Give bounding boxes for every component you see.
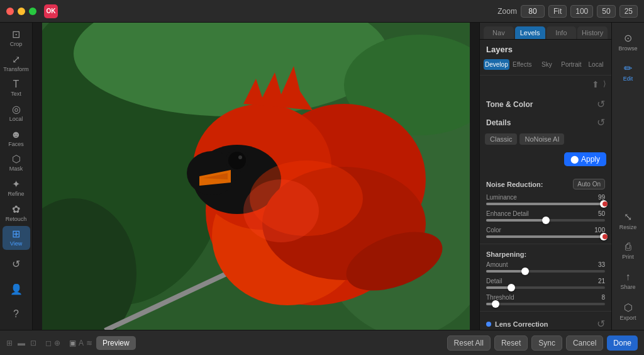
threshold-thumb[interactable] (492, 300, 499, 308)
print-label: Print (622, 254, 634, 260)
tool-refine[interactable]: ✦ Refine (3, 176, 30, 200)
nonoise-mode-button[interactable]: NoNoise AI (519, 133, 564, 145)
help-icon: ? (13, 309, 19, 319)
amount-track[interactable] (486, 270, 605, 273)
tab-sky[interactable]: Sky (535, 59, 558, 70)
preview-button[interactable]: Preview (96, 336, 136, 350)
detail-label: Detail (486, 278, 502, 285)
reset-button[interactable]: Reset (494, 335, 528, 351)
right-tool-share[interactable]: ↑ Share (614, 267, 642, 295)
luminance-label-row: Luminance 99 (486, 194, 605, 201)
threshold-track[interactable] (486, 303, 605, 305)
luminance-end-dot (602, 201, 608, 206)
tool-view[interactable]: ⊞ View (3, 226, 30, 250)
upload-icon[interactable]: ⬆ (592, 79, 599, 89)
lens-correction-label: Lens Correction (495, 320, 548, 328)
auto-on-button[interactable]: Auto On (573, 179, 605, 189)
export-icon: ⬡ (624, 301, 633, 313)
tab-nav[interactable]: Nav (484, 26, 514, 39)
tool-help[interactable]: ? (3, 302, 30, 326)
separator-2 (480, 244, 611, 244)
amount-label-row: Amount 33 (486, 261, 605, 268)
right-tool-print[interactable]: ⎙ Print (614, 237, 642, 264)
svg-point-23 (243, 179, 319, 242)
bottom-icon-compare[interactable]: ⊡ (30, 339, 36, 347)
detail-slider-row: Detail 21 (480, 276, 611, 292)
zoom-fit-button[interactable]: Fit (548, 5, 567, 18)
tool-view-label: View (10, 240, 22, 247)
threshold-label-row: Threshold 8 (486, 294, 605, 301)
tool-text[interactable]: T Text (3, 76, 30, 100)
faces-icon: ☻ (11, 130, 21, 140)
bottom-icon-waveform[interactable]: ≋ (86, 339, 92, 347)
apply-button[interactable]: ⬤ Apply (564, 152, 606, 166)
right-tool-browse[interactable]: ⊙ Browse (614, 28, 642, 55)
enhance-detail-fill (486, 219, 546, 222)
tab-develop[interactable]: Develop (484, 59, 509, 70)
bottom-icon-overlay[interactable]: ◻ (45, 339, 52, 347)
tone-color-reset[interactable]: ↺ (597, 98, 605, 110)
threshold-label: Threshold (486, 294, 514, 301)
amount-thumb[interactable] (521, 268, 529, 275)
tab-effects[interactable]: Effects (511, 59, 534, 70)
close-button[interactable] (6, 8, 14, 15)
luminance-track[interactable] (486, 203, 605, 205)
amount-label: Amount (486, 261, 508, 268)
svg-point-19 (238, 155, 242, 159)
browse-icon: ⊙ (624, 32, 632, 44)
color-track[interactable] (486, 235, 605, 238)
zoom-50-button[interactable]: 50 (597, 5, 615, 18)
bottom-icon-layers[interactable]: ▣ (69, 339, 76, 347)
details-reset[interactable]: ↺ (597, 116, 605, 128)
detail-label-row: Detail 21 (486, 278, 605, 285)
layers-header: Layers (480, 40, 611, 57)
right-tool-export[interactable]: ⬡ Export (614, 297, 642, 325)
lens-correction-row: Lens Correction ↺ (480, 314, 611, 330)
zoom-100-button[interactable]: 100 (570, 5, 593, 18)
sharpening-label: Sharpening: (486, 251, 526, 258)
lens-correction-reset[interactable]: ↺ (597, 318, 605, 330)
color-end-dot (602, 234, 608, 239)
collapse-arrow-1[interactable]: ⟩ (603, 79, 606, 89)
tab-history[interactable]: History (577, 26, 608, 39)
tool-transform[interactable]: ⤢ Transform (3, 52, 30, 76)
tab-portrait[interactable]: Portrait (560, 59, 583, 70)
enhance-detail-thumb[interactable] (542, 217, 550, 224)
tab-local[interactable]: Local (584, 59, 608, 70)
apply-label: Apply (581, 155, 600, 164)
browse-label: Browse (618, 45, 637, 52)
tool-transform-label: Transform (3, 66, 29, 72)
zoom-25-button[interactable]: 25 (619, 5, 638, 18)
right-panel: Nav Levels Info History Layers Develop E… (479, 23, 611, 330)
maximize-button[interactable] (29, 8, 36, 15)
tool-person[interactable]: 👤 (3, 278, 30, 301)
done-button[interactable]: Done (607, 335, 638, 351)
apply-icon: ⬤ (570, 155, 579, 164)
right-tool-edit[interactable]: ✏ Edit (614, 58, 642, 86)
tool-local[interactable]: ◎ Local (3, 101, 30, 125)
amount-fill (486, 270, 525, 273)
tab-levels[interactable]: Levels (515, 26, 545, 39)
zoom-input[interactable] (521, 5, 545, 18)
minimize-button[interactable] (18, 8, 25, 15)
classic-mode-button[interactable]: Classic (485, 133, 517, 145)
detail-track[interactable] (486, 286, 605, 289)
tool-rotate[interactable]: ↺ (3, 252, 30, 276)
tool-retouch[interactable]: ✿ Retouch (3, 201, 30, 225)
bird-image (42, 23, 470, 330)
bottom-icon-film[interactable]: ▬ (18, 339, 25, 347)
enhance-detail-track[interactable] (486, 219, 605, 222)
detail-thumb[interactable] (508, 284, 515, 291)
tab-info[interactable]: Info (547, 26, 577, 39)
sync-button[interactable]: Sync (531, 335, 562, 351)
tool-faces[interactable]: ☻ Faces (3, 127, 30, 150)
tool-mask[interactable]: ⬡ Mask (3, 151, 30, 175)
bottom-icon-grid[interactable]: ⊞ (6, 339, 13, 347)
reset-all-button[interactable]: Reset All (447, 335, 491, 351)
tool-text-label: Text (11, 91, 21, 97)
bottom-icon-target[interactable]: ⊕ (54, 339, 60, 347)
cancel-button[interactable]: Cancel (566, 335, 603, 351)
tool-crop[interactable]: ⊡ Crop (3, 26, 30, 50)
bottom-icon-text[interactable]: A (79, 339, 84, 347)
right-tool-resize[interactable]: ⤡ Resize (614, 206, 642, 234)
